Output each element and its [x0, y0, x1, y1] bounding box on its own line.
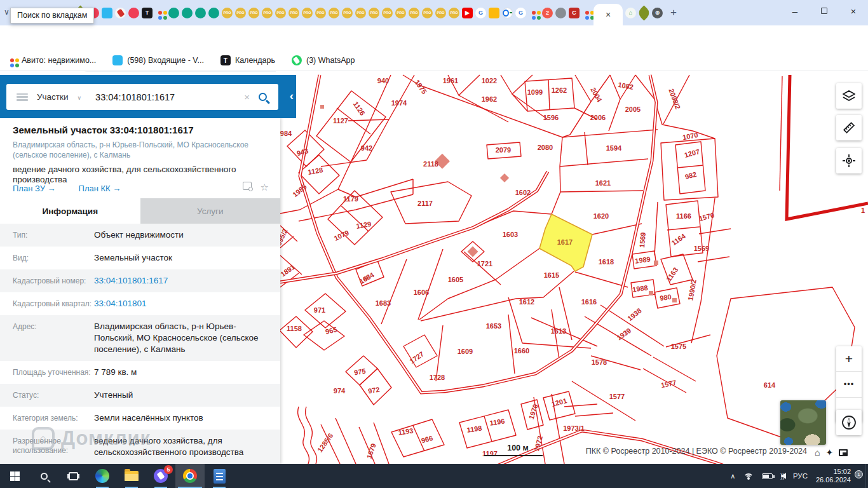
taskbar-edge[interactable]	[88, 464, 117, 488]
taskbar-chrome[interactable]	[175, 464, 205, 488]
taskbar-viber[interactable]: 5	[146, 464, 175, 488]
pinned-tab[interactable]: PRO	[354, 3, 367, 23]
tray-expand-icon[interactable]: ∧	[730, 472, 735, 480]
clear-search-icon[interactable]: ×	[244, 92, 250, 102]
pinned-tab[interactable]: PRO	[314, 3, 327, 23]
menu-icon[interactable]	[17, 93, 28, 101]
search-icon[interactable]	[259, 93, 267, 101]
pinned-tab[interactable]	[167, 3, 180, 23]
pinned-tab[interactable]: ⌂	[624, 3, 637, 23]
tab-favicon	[128, 8, 139, 18]
pinned-tab[interactable]	[207, 3, 220, 23]
pinned-tab[interactable]: PRO	[394, 3, 407, 23]
bookmark-item[interactable]: (598) Входящие - V...	[112, 55, 204, 65]
pinned-tab[interactable]: PRO	[261, 3, 274, 23]
pinned-tab[interactable]: PRO	[341, 3, 354, 23]
bookmark-item[interactable]: Авито: недвижимо...	[8, 56, 96, 65]
battery-icon[interactable]	[762, 473, 773, 479]
home-icon[interactable]: ⌂	[815, 447, 820, 458]
tab-favicon: PRO	[275, 8, 286, 18]
pinned-tab[interactable]: PRO	[381, 3, 394, 23]
pinned-tab[interactable]: G	[514, 3, 527, 23]
pinned-tab[interactable]: PRO	[447, 3, 461, 23]
tab-services[interactable]: Услуги	[140, 198, 281, 224]
plan-zu-link[interactable]: План ЗУ →	[13, 184, 56, 193]
pinned-tab[interactable]: PRO	[367, 3, 381, 23]
pinned-tab[interactable]	[554, 3, 567, 23]
map-canvas[interactable]: 94019751961102210991262200410822098/2197…	[276, 71, 868, 464]
start-button[interactable]	[0, 464, 29, 488]
favorite-star-icon[interactable]: ☆	[261, 182, 269, 193]
task-view-button[interactable]	[58, 464, 88, 488]
tab-favicon: PRO	[262, 8, 273, 18]
pinned-tab[interactable]: ▶	[461, 3, 474, 23]
taskbar-explorer[interactable]	[117, 464, 146, 488]
fullscreen-icon[interactable]	[839, 449, 848, 456]
measure-button[interactable]	[836, 115, 862, 140]
compass-button[interactable]	[836, 410, 862, 435]
show-desktop-button[interactable]	[865, 464, 868, 488]
info-row-value[interactable]: 33:04:101801:1617	[94, 275, 266, 287]
pinned-tab[interactable]: PRO	[407, 3, 421, 23]
maximize-button[interactable]	[810, 0, 839, 22]
pinned-tab[interactable]: Т	[140, 3, 154, 23]
search-input[interactable]: 33:04:101801:1617	[95, 92, 244, 102]
panel-collapse-icon[interactable]: ‹	[290, 89, 294, 103]
pinned-tab[interactable]	[487, 3, 501, 23]
close-window-button[interactable]: ×	[839, 0, 868, 22]
taskbar-search-button[interactable]	[29, 464, 58, 488]
pinned-tab[interactable]: G	[474, 3, 487, 23]
chevron-down-icon[interactable]: ∨	[78, 95, 82, 101]
diamond-icon[interactable]: ✦	[825, 447, 833, 458]
bookmark-item[interactable]: (3) WhatsApp	[292, 55, 355, 65]
parcel-label: 1193	[398, 426, 414, 436]
pinned-tab[interactable]	[114, 3, 127, 23]
pinned-tab[interactable]	[501, 3, 514, 23]
locate-button[interactable]	[836, 148, 862, 173]
search-box[interactable]: Участки ∨ 33:04:101801:1617 ×	[6, 84, 278, 110]
tab-information[interactable]: Информация	[0, 198, 140, 224]
pinned-tab[interactable]: PRO	[301, 3, 314, 23]
pinned-tab[interactable]: 2	[541, 3, 554, 23]
pinned-tab[interactable]: PRO	[434, 3, 447, 23]
pinned-tab[interactable]: PRO	[287, 3, 301, 23]
pinned-tab[interactable]: PRO	[247, 3, 261, 23]
pinned-tab[interactable]: PRO	[274, 3, 287, 23]
clock[interactable]: 15:02 26.06.2024	[816, 468, 851, 484]
active-tab[interactable]: ×	[593, 4, 623, 25]
tab-search-icon[interactable]: ∨	[4, 8, 10, 17]
bookmark-item[interactable]: ТКалендарь	[220, 55, 275, 65]
search-category-select[interactable]: Участки	[37, 92, 69, 102]
zoom-in-button[interactable]: +	[836, 346, 862, 372]
doc-search-icon[interactable]	[243, 182, 252, 190]
info-row-value[interactable]: 33:04:101801	[94, 298, 266, 309]
pinned-tab[interactable]	[194, 3, 207, 23]
parcel-label: 1128	[308, 166, 324, 176]
tab-favicon: PRO	[382, 8, 393, 18]
minimize-button[interactable]: –	[780, 0, 810, 22]
language-indicator[interactable]: РУС	[793, 472, 808, 480]
close-tab-icon[interactable]: ×	[606, 10, 611, 20]
pinned-tab[interactable]: C	[567, 3, 581, 23]
bookmarks: Авито: недвижимо...(598) Входящие - V...…	[0, 50, 868, 71]
pinned-tab[interactable]: ⊕	[651, 3, 664, 23]
basemap-switcher[interactable]	[780, 400, 826, 445]
pinned-tab[interactable]	[180, 3, 194, 23]
layers-button[interactable]	[836, 83, 862, 109]
wifi-icon[interactable]	[743, 472, 754, 480]
pinned-tab[interactable]: PRO	[234, 3, 247, 23]
pinned-tab[interactable]: PRO	[421, 3, 434, 23]
pinned-tab[interactable]: PRO	[327, 3, 341, 23]
taskbar-writer[interactable]	[205, 464, 234, 488]
plan-kk-link[interactable]: План КК →	[79, 184, 121, 193]
new-tab-button[interactable]: +	[666, 5, 681, 20]
pinned-tab[interactable]	[154, 3, 167, 23]
pinned-tab[interactable]: PRO	[220, 3, 234, 23]
pinned-tab[interactable]	[100, 3, 114, 23]
pinned-tab[interactable]	[527, 3, 541, 23]
pinned-tab[interactable]	[637, 3, 651, 23]
zoom-menu-button[interactable]: •••	[836, 372, 862, 397]
pinned-tab[interactable]	[127, 3, 140, 23]
cadastral-map[interactable]: 94019751961102210991262200410822098/2197…	[276, 71, 868, 464]
pinned-tab[interactable]	[581, 3, 594, 23]
